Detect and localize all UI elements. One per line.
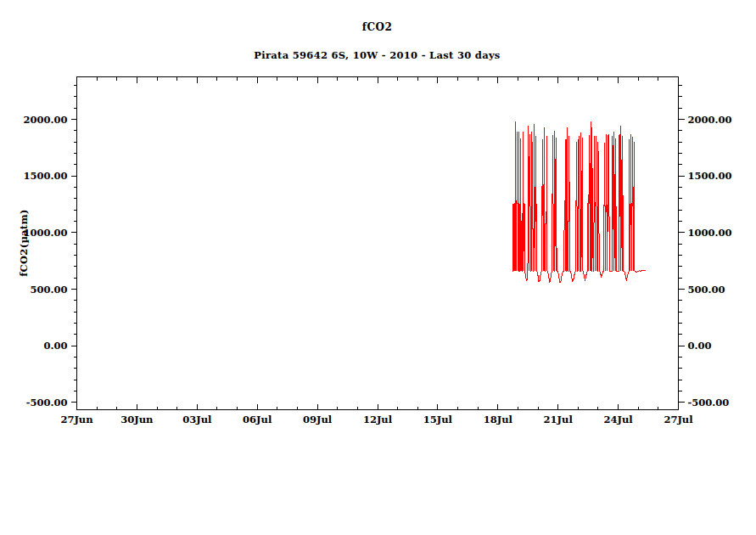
y-tick-label-left: 1000.00 xyxy=(23,227,67,239)
y-tick-label-right: 500.00 xyxy=(688,284,725,296)
fco2-chart: fCO2 Pirata 59642 6S, 10W - 2010 - Last … xyxy=(0,0,756,535)
plot-svg: 27Jun30Jun03Jul06Jul09Jul12Jul15Jul18Jul… xyxy=(0,0,756,535)
x-tick-label: 03Jul xyxy=(182,414,212,425)
x-tick-label: 27Jul xyxy=(664,414,693,425)
x-tick-label: 18Jul xyxy=(484,414,513,425)
x-tick-label: 24Jul xyxy=(604,414,634,425)
y-tick-label-right: 1500.00 xyxy=(688,170,732,182)
y-tick-label-left: 0.00 xyxy=(43,340,67,352)
y-tick-label-right: 1000.00 xyxy=(688,227,732,239)
y-tick-label-left: 500.00 xyxy=(30,284,67,296)
x-tick-label: 30Jun xyxy=(120,414,154,425)
y-tick-label-right: -500.00 xyxy=(688,397,730,408)
x-tick-label: 09Jul xyxy=(303,414,333,425)
x-tick-label: 21Jul xyxy=(544,414,574,425)
y-tick-label-left: 1500.00 xyxy=(23,170,67,182)
y-tick-label-left: 2000.00 xyxy=(23,114,67,126)
y-tick-label-left: -500.00 xyxy=(26,397,68,408)
y-tick-label-right: 0.00 xyxy=(688,340,712,352)
x-tick-label: 06Jul xyxy=(243,414,272,425)
x-tick-label: 27Jun xyxy=(60,414,93,425)
x-tick-label: 15Jul xyxy=(423,414,453,425)
x-tick-label: 12Jul xyxy=(363,414,393,425)
y-tick-label-right: 2000.00 xyxy=(688,114,732,126)
fco2-data-line xyxy=(512,121,646,283)
